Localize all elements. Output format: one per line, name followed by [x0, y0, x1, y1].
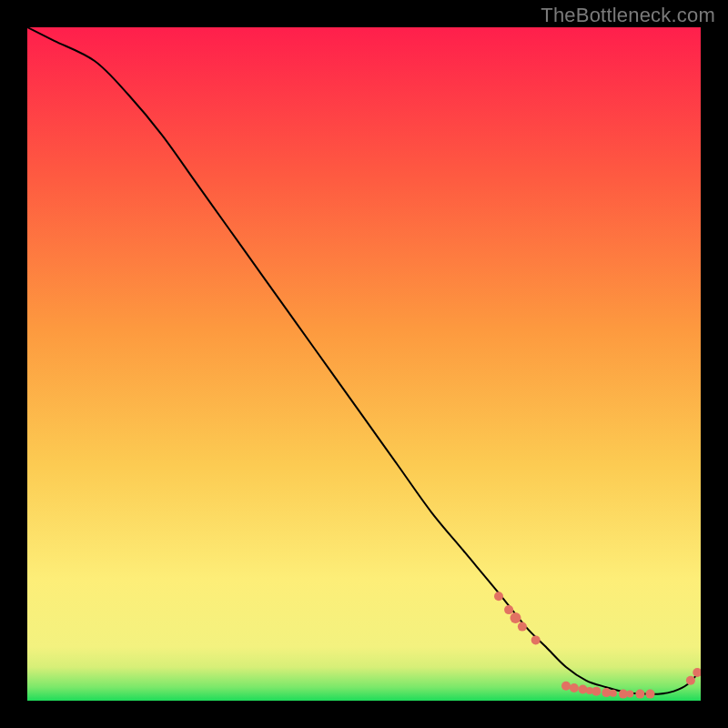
marker-point — [646, 690, 655, 699]
chart-frame: TheBottleneck.com — [0, 0, 728, 728]
marker-point — [494, 592, 503, 601]
marker-point — [511, 612, 521, 623]
chart-svg — [27, 27, 701, 701]
marker-point — [592, 687, 601, 696]
marker-point — [518, 622, 527, 632]
watermark-label: TheBottleneck.com — [541, 4, 715, 27]
marker-point — [579, 684, 588, 693]
marker-point — [570, 683, 579, 693]
marker-point — [626, 691, 633, 698]
marker-point — [504, 605, 513, 614]
marker-point — [610, 690, 617, 697]
plot-area — [27, 27, 701, 701]
marker-point — [635, 690, 644, 699]
gradient-background — [27, 27, 701, 701]
marker-point — [686, 676, 695, 685]
marker-point — [561, 682, 571, 691]
marker-point — [531, 635, 541, 644]
